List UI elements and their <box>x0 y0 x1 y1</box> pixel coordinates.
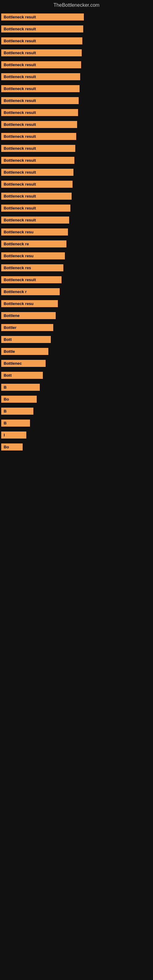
list-item: Bottleneck re <box>1 240 152 249</box>
list-item: Bottler <box>1 324 152 332</box>
bottleneck-result-label: Bottleneck result <box>1 169 73 176</box>
bottleneck-result-label: Bottleneck result <box>1 37 82 45</box>
bottleneck-result-label: Bottleneck result <box>1 13 84 21</box>
list-item: Bo <box>1 396 152 404</box>
list-item: Bottleneck result <box>1 169 152 177</box>
bottleneck-result-label: Bottleneck result <box>1 216 69 224</box>
bottleneck-result-label: Bottleneck result <box>1 49 82 56</box>
bottleneck-result-label: Bottleneck r <box>1 288 60 295</box>
bottleneck-result-label: Bottleneck resu <box>1 300 58 307</box>
page-wrapper: TheBottlenecker.com Bottleneck resultBot… <box>0 0 153 460</box>
list-item: Bottleneck res <box>1 264 152 272</box>
bottleneck-result-label: Bottle <box>1 348 48 355</box>
list-item: Bo <box>1 444 152 452</box>
list-item: Bottleneck r <box>1 288 152 296</box>
bottleneck-result-label: Bott <box>1 372 43 379</box>
bottleneck-result-label: Bottleneck result <box>1 97 79 104</box>
bottleneck-result-label: Bottleneck result <box>1 61 81 68</box>
list-item: B <box>1 384 152 392</box>
list-item: Bottlenec <box>1 360 152 368</box>
bottleneck-result-label: Bottleneck result <box>1 192 72 200</box>
list-item: Bottleneck result <box>1 157 152 165</box>
bottleneck-result-label: Bottleneck result <box>1 133 76 140</box>
list-item: Bottleneck result <box>1 192 152 201</box>
bottleneck-result-label: Bottleneck result <box>1 157 74 164</box>
bottleneck-result-label: Bottleneck res <box>1 264 63 271</box>
bottleneck-result-label: Bottleneck result <box>1 73 80 80</box>
list-item: Bottleneck resu <box>1 229 152 237</box>
bottleneck-result-label: Bo <box>1 444 22 450</box>
bottleneck-result-label: Bottleneck result <box>1 276 62 283</box>
bottleneck-result-label: Bottler <box>1 324 53 331</box>
bottleneck-result-label: B <box>1 420 30 426</box>
bottleneck-result-label: Bottleneck result <box>1 25 83 32</box>
bottleneck-result-label: Bo <box>1 396 37 403</box>
list-item: Bottleneck result <box>1 73 152 81</box>
bottleneck-result-label: Bottlene <box>1 312 56 319</box>
bottleneck-result-label: Bottleneck result <box>1 109 78 116</box>
list-item: B <box>1 420 152 428</box>
list-item: Bottleneck result <box>1 85 152 94</box>
list-item: Bottleneck result <box>1 181 152 189</box>
bottleneck-result-label: B <box>1 384 40 391</box>
list-item: I <box>1 431 152 440</box>
bottleneck-result-label: Bottleneck re <box>1 240 66 247</box>
list-item: Bottleneck result <box>1 13 152 22</box>
bottleneck-result-label: Bottleneck resu <box>1 229 68 235</box>
list-item: Bottleneck result <box>1 61 152 70</box>
list-item: Bottleneck result <box>1 49 152 57</box>
list-item: Bott <box>1 336 152 344</box>
list-item: Bottleneck result <box>1 205 152 213</box>
bottleneck-result-label: Bottleneck result <box>1 85 80 92</box>
list-item: Bottleneck result <box>1 25 152 34</box>
bottleneck-result-label: B <box>1 407 33 415</box>
list-item: B <box>1 407 152 416</box>
list-item: Bottleneck result <box>1 276 152 285</box>
bottleneck-result-label: Bottlenec <box>1 360 46 367</box>
list-item: Bottleneck resu <box>1 252 152 261</box>
list-item: Bottleneck result <box>1 109 152 117</box>
bottleneck-result-label: Bott <box>1 336 51 343</box>
list-item: Bottleneck result <box>1 133 152 141</box>
list-item: Bottleneck resu <box>1 300 152 309</box>
list-item: Bottleneck result <box>1 145 152 153</box>
list-item: Bottleneck result <box>1 97 152 105</box>
bottleneck-list: Bottleneck resultBottleneck resultBottle… <box>0 12 153 460</box>
list-item: Bott <box>1 372 152 380</box>
bottleneck-result-label: Bottleneck result <box>1 181 73 188</box>
list-item: Bottlene <box>1 312 152 320</box>
bottleneck-result-label: Bottleneck result <box>1 205 70 212</box>
list-item: Bottle <box>1 348 152 356</box>
bottleneck-result-label: Bottleneck resu <box>1 252 65 259</box>
list-item: Bottleneck result <box>1 216 152 225</box>
list-item: Bottleneck result <box>1 121 152 129</box>
site-title: TheBottlenecker.com <box>0 0 153 12</box>
bottleneck-result-label: Bottleneck result <box>1 145 75 152</box>
list-item: Bottleneck result <box>1 37 152 46</box>
bottleneck-result-label: I <box>1 431 26 439</box>
bottleneck-result-label: Bottleneck result <box>1 121 77 128</box>
